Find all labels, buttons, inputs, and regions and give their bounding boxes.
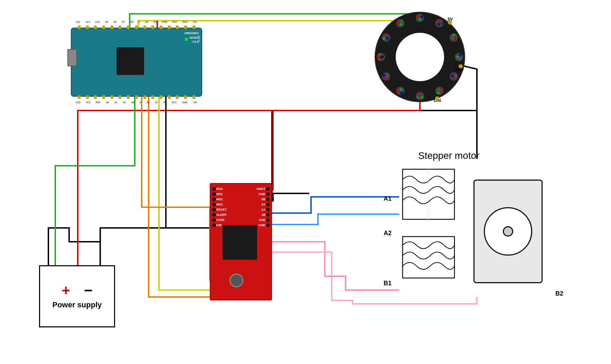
svg-point-8 <box>416 15 419 18</box>
arduino-main-chip <box>116 47 144 75</box>
motor-terminal-b1: B1 <box>384 280 392 287</box>
svg-point-22 <box>456 56 459 58</box>
power-supply: + − Power supply <box>39 265 115 327</box>
pin <box>78 26 81 29</box>
svg-point-21 <box>459 58 462 60</box>
pin <box>151 26 154 29</box>
pin <box>127 26 130 29</box>
pin <box>119 26 121 29</box>
pin <box>102 95 105 99</box>
motor-terminal-a1: A1 <box>384 195 392 202</box>
svg-point-10 <box>419 18 421 21</box>
svg-point-61 <box>459 64 463 68</box>
pin <box>94 26 97 29</box>
pin <box>143 95 146 99</box>
pin <box>102 26 105 29</box>
stepper-driver: ENA MS1 MS2 MS3 RESET SLEEP <box>210 183 272 300</box>
pin <box>135 26 138 29</box>
pin <box>160 95 162 99</box>
driver-left-pins: ENA MS1 MS2 MS3 RESET SLEEP <box>212 187 227 227</box>
svg-point-34 <box>419 93 421 96</box>
pin <box>168 26 171 29</box>
motor-rotor <box>473 180 543 283</box>
motor-terminal-a2: A2 <box>384 230 392 237</box>
svg-point-59 <box>448 20 452 25</box>
negative-terminal: − <box>84 283 93 298</box>
coil-a-svg <box>399 166 468 226</box>
arduino-usb-port <box>67 49 77 66</box>
driver-chip <box>223 225 257 260</box>
svg-point-32 <box>421 96 423 99</box>
pin <box>127 95 130 99</box>
power-supply-label: Power supply <box>52 300 102 309</box>
pin <box>86 26 89 29</box>
svg-point-60 <box>376 55 380 59</box>
arduino-pin-labels-top: D12D11D10D9D8D7D65D3D2GNDRSTRX0TX1 <box>73 21 200 23</box>
arduino-power-led <box>185 38 188 41</box>
pin <box>192 95 195 99</box>
driver-potentiometer <box>229 274 243 287</box>
pin <box>86 95 89 99</box>
pin <box>94 95 97 99</box>
motor-rotor-circle <box>484 207 532 256</box>
positive-terminal: + <box>62 283 70 298</box>
stepper-motor-label: Stepper motor <box>418 150 479 161</box>
pin <box>143 26 146 29</box>
pin <box>111 95 113 99</box>
svg-point-33 <box>416 96 419 99</box>
power-terminals: + − <box>62 283 92 298</box>
svg-point-20 <box>459 54 462 56</box>
motor-shaft <box>503 226 513 237</box>
coil-b-svg <box>399 235 468 283</box>
pin <box>119 95 121 99</box>
pin <box>111 26 113 29</box>
pin <box>184 26 187 29</box>
svg-point-9 <box>421 15 423 18</box>
driver-right-pins: VMOT GND 2B 2A 1A 1B <box>256 187 270 227</box>
arduino-label: ARDUINONANOV3.0 <box>184 31 199 44</box>
pin <box>192 26 195 29</box>
svg-text:GND: GND <box>454 67 464 72</box>
pin <box>160 26 162 29</box>
svg-point-62 <box>435 96 439 100</box>
pin <box>135 95 138 99</box>
pin <box>151 95 154 99</box>
arduino-nano: ARDUINONANOV3.0 D12D11D10D9D8D7D65D3D2GN… <box>71 28 202 97</box>
neopixel-ring-svg: 5V OUT GND DIN <box>373 10 467 104</box>
circuit-diagram: + − Power supply <box>0 0 611 364</box>
stepper-motor: A1 A2 B1 B2 <box>399 162 548 300</box>
neopixel-ring: 5V OUT GND DIN <box>373 10 467 104</box>
arduino-pin-labels-bottom: D133V3REFA0A1A2A34A6A75VRSTGNDVIN <box>73 101 200 104</box>
arduino-top-pins <box>75 26 198 29</box>
pin <box>78 95 81 99</box>
svg-point-4 <box>396 33 444 81</box>
pin <box>184 95 187 99</box>
pin <box>176 95 179 99</box>
pin <box>168 95 171 99</box>
arduino-bottom-pins <box>75 95 198 99</box>
arduino-icsp-label: ICSP <box>198 35 201 42</box>
pin <box>176 26 179 29</box>
motor-terminal-b2: B2 <box>555 290 563 297</box>
